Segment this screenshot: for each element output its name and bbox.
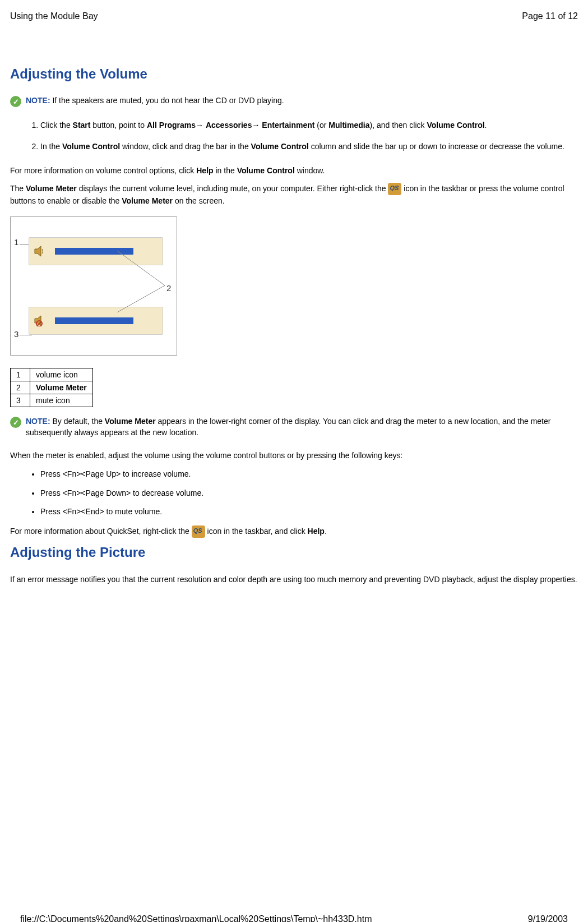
t: All Programs — [147, 121, 196, 130]
note-label: NOTE: — [26, 96, 50, 105]
t: For more information about QuickSet, rig… — [10, 527, 192, 536]
t: The — [10, 184, 26, 193]
quickset-icon — [388, 183, 401, 195]
cell: volume icon — [30, 368, 93, 381]
t: Entertainment — [262, 121, 314, 130]
t: Volume Control — [251, 142, 309, 151]
para-picture: If an error message notifies you that th… — [10, 574, 578, 585]
t: window. — [295, 166, 325, 175]
t: window, click and drag the bar in the — [120, 142, 251, 151]
t: ), and then click — [369, 121, 427, 130]
step-2: In the Volume Control window, click and … — [40, 141, 578, 152]
note-body: If the speakers are muted, you do not he… — [50, 96, 284, 105]
note-icon: ✓ — [10, 96, 21, 107]
svg-line-4 — [117, 251, 165, 285]
page-footer: file://C:\Documents%20and%20Settings\rpa… — [20, 914, 568, 922]
t: on the screen. — [173, 196, 225, 205]
t: (or — [314, 121, 328, 130]
t: . — [485, 121, 487, 130]
page-header: Using the Module Bay Page 11 of 12 — [10, 11, 578, 21]
table-row: 1 volume icon — [11, 368, 93, 381]
para-help-info: For more information on volume control o… — [10, 165, 578, 176]
t: Accessories — [206, 121, 252, 130]
svg-line-5 — [117, 285, 165, 312]
t: Click the — [40, 121, 73, 130]
t: → — [196, 121, 206, 130]
t: In the — [40, 142, 62, 151]
t: displays the current volume level, inclu… — [77, 184, 388, 193]
t: By default, the — [50, 417, 105, 426]
table-row: 3 mute icon — [11, 394, 93, 407]
note-1: ✓ NOTE: If the speakers are muted, you d… — [10, 95, 578, 107]
leader-line-3 — [20, 335, 32, 335]
t: Volume Control — [62, 142, 120, 151]
t: Volume Meter — [26, 184, 77, 193]
t: Help — [308, 527, 325, 536]
callout-3: 3 — [14, 329, 18, 339]
step-1: Click the Start button, point to All Pro… — [40, 119, 578, 131]
note-label: NOTE: — [26, 417, 50, 426]
t: . — [325, 527, 327, 536]
volume-bar — [55, 317, 133, 324]
t: button, point to — [90, 121, 146, 130]
t: For more information on volume control o… — [10, 166, 196, 175]
cell: mute icon — [30, 394, 93, 407]
legend-table: 1 volume icon 2 Volume Meter 3 mute icon — [10, 368, 93, 407]
heading-adjusting-picture: Adjusting the Picture — [10, 545, 578, 560]
cell: 1 — [11, 368, 30, 381]
t: Volume Control — [237, 166, 295, 175]
svg-marker-0 — [35, 246, 41, 256]
list-item: Press <Fn><Page Down> to decrease volume… — [40, 488, 578, 499]
t: in the — [214, 166, 237, 175]
leader-lines-2 — [117, 251, 173, 312]
t: Volume Meter — [122, 196, 173, 205]
t: Start — [73, 121, 91, 130]
para-quickset-help: For more information about QuickSet, rig… — [10, 525, 578, 538]
heading-adjusting-volume: Adjusting the Volume — [10, 66, 578, 82]
note-2-text: NOTE: By default, the Volume Meter appea… — [26, 416, 578, 438]
mute-icon — [34, 315, 46, 326]
quickset-icon — [192, 525, 205, 538]
volume-meter-diagram: 1 2 3 — [10, 216, 177, 356]
t: → — [252, 121, 262, 130]
t: Volume Control — [427, 121, 484, 130]
header-title: Using the Module Bay — [10, 11, 98, 21]
para-volume-meter: The Volume Meter displays the current vo… — [10, 183, 578, 207]
note-icon: ✓ — [10, 417, 21, 428]
footer-path: file://C:\Documents%20and%20Settings\rpa… — [20, 914, 372, 922]
t: Help — [196, 166, 213, 175]
t: Volume Meter — [36, 383, 87, 392]
note-1-text: NOTE: If the speakers are muted, you do … — [26, 95, 284, 107]
cell: Volume Meter — [30, 381, 93, 394]
t: icon in the taskbar, and click — [205, 527, 308, 536]
table-row: 2 Volume Meter — [11, 381, 93, 394]
list-item: Press <Fn><Page Up> to increase volume. — [40, 469, 578, 480]
volume-icon — [34, 246, 46, 257]
t: Multimedia — [328, 121, 369, 130]
para-meter-keys: When the meter is enabled, adjust the vo… — [10, 450, 578, 461]
header-page: Page 11 of 12 — [522, 11, 578, 21]
cell: 2 — [11, 381, 30, 394]
t: Volume Meter — [105, 417, 156, 426]
cell: 3 — [11, 394, 30, 407]
footer-date: 9/19/2003 — [528, 914, 568, 922]
t: column and slide the bar up or down to i… — [309, 142, 564, 151]
note-2: ✓ NOTE: By default, the Volume Meter app… — [10, 416, 578, 438]
steps-list: Click the Start button, point to All Pro… — [10, 119, 578, 153]
callout-1: 1 — [14, 237, 18, 247]
key-list: Press <Fn><Page Up> to increase volume. … — [10, 469, 578, 518]
list-item: Press <Fn><End> to mute volume. — [40, 506, 578, 518]
